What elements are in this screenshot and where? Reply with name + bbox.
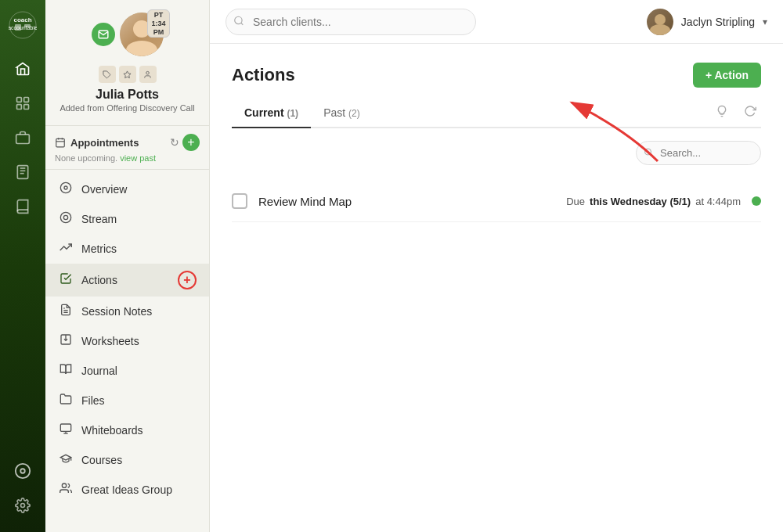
- action-name-1: Review Mind Map: [258, 195, 555, 208]
- svg-rect-4: [24, 24, 31, 27]
- appointments-header: Appointments ↻ +: [55, 134, 200, 151]
- sidebar-item-session-notes[interactable]: Session Notes: [45, 297, 209, 326]
- sidebar-item-label-files: Files: [81, 394, 105, 407]
- refresh-icon-button[interactable]: [739, 100, 761, 122]
- files-icon: [58, 393, 74, 408]
- icon-bar-bottom: [9, 457, 37, 532]
- sidebar-item-courses[interactable]: Courses: [45, 445, 209, 475]
- app-logo: coach accountable: [7, 9, 38, 41]
- action-search-icon: [644, 147, 653, 159]
- tab-current-label: Current: [244, 106, 284, 119]
- sidebar-item-label-courses: Courses: [81, 454, 122, 466]
- svg-point-15: [20, 469, 25, 473]
- time-badge: PT 1:34 PM: [147, 9, 169, 38]
- client-search-wrap: [226, 9, 637, 35]
- user-menu-chevron[interactable]: ▾: [763, 16, 767, 27]
- actions-list: Review Mind Map Due this Wednesday (5/1)…: [232, 181, 761, 222]
- nav-icon-home[interactable]: [9, 55, 37, 83]
- sidebar-item-overview[interactable]: Overview: [45, 174, 209, 204]
- action-item-1: Review Mind Map Due this Wednesday (5/1)…: [232, 181, 761, 222]
- client-name: Julia Potts: [96, 88, 159, 102]
- view-past-link[interactable]: view past: [120, 153, 156, 163]
- action-due-time: at 4:44pm: [695, 196, 741, 207]
- appointments-refresh-icon[interactable]: ↻: [170, 136, 179, 149]
- tab-current[interactable]: Current (1): [232, 100, 311, 128]
- profile-icons-row: PT 1:34 PM: [92, 13, 164, 56]
- sidebar-item-label-metrics: Metrics: [81, 243, 117, 255]
- session-notes-icon: [58, 304, 74, 319]
- profile-action-icons: [99, 66, 157, 83]
- svg-text:accountable: accountable: [9, 25, 37, 31]
- svg-point-27: [63, 215, 67, 219]
- svg-line-37: [241, 23, 244, 25]
- action-search-wrap: [636, 141, 761, 165]
- tab-past-count: (2): [348, 108, 360, 119]
- lightbulb-icon-button[interactable]: [711, 100, 733, 122]
- svg-point-19: [146, 71, 150, 74]
- add-action-button[interactable]: + Action: [693, 63, 761, 88]
- add-action-nav-button[interactable]: +: [178, 271, 197, 289]
- sidebar-item-worksheets[interactable]: Worksheets: [45, 326, 209, 356]
- svg-rect-9: [16, 135, 30, 144]
- client-search-input[interactable]: [226, 9, 476, 35]
- sidebar-item-whiteboards[interactable]: Whiteboards: [45, 415, 209, 445]
- appointments-actions: ↻ +: [170, 134, 200, 151]
- nav-icon-gear[interactable]: [9, 491, 37, 519]
- sidebar-item-label-overview: Overview: [81, 183, 127, 196]
- svg-rect-3: [15, 24, 21, 31]
- main-content: Jaclyn Stripling ▾ Actions + Action Curr…: [210, 0, 783, 532]
- appointments-title: Appointments: [55, 137, 139, 149]
- tab-past[interactable]: Past (2): [311, 100, 373, 128]
- sidebar-item-label-journal: Journal: [81, 365, 117, 377]
- svg-rect-7: [17, 105, 22, 110]
- nav-icon-settings-circle[interactable]: [9, 457, 37, 485]
- client-profile: PT 1:34 PM Julia Potts Added from Offeri…: [45, 0, 209, 126]
- worksheets-icon: [58, 333, 74, 349]
- tabs-row: Current (1) Past (2): [232, 100, 761, 128]
- nav-icon-notebook[interactable]: [9, 158, 37, 186]
- svg-point-14: [16, 464, 30, 478]
- sidebar-item-great-ideas-group[interactable]: Great Ideas Group: [45, 475, 209, 505]
- client-person-icon[interactable]: [139, 66, 157, 83]
- actions-icon: [58, 272, 74, 288]
- client-avatar: PT 1:34 PM: [120, 13, 164, 56]
- nav-icon-briefcase[interactable]: [9, 124, 37, 152]
- action-due-1: Due this Wednesday (5/1) at 4:44pm: [566, 196, 741, 207]
- client-tag-icon[interactable]: [99, 66, 116, 83]
- svg-point-25: [64, 186, 67, 189]
- nav-icon-book[interactable]: [9, 192, 37, 221]
- appointments-none-upcoming: None upcoming. view past: [55, 153, 200, 163]
- action-due-label: Due: [566, 196, 585, 207]
- nav-items: Overview Stream Metrics Actions + Sess: [45, 170, 209, 532]
- icon-bar: coach accountable: [0, 0, 45, 532]
- svg-point-36: [235, 16, 242, 23]
- action-checkbox-1[interactable]: [232, 193, 247, 209]
- add-appointment-button[interactable]: +: [182, 134, 200, 151]
- email-badge[interactable]: [92, 23, 115, 46]
- sidebar-item-metrics[interactable]: Metrics: [45, 234, 209, 264]
- sidebar-item-journal[interactable]: Journal: [45, 356, 209, 386]
- sidebar-item-actions[interactable]: Actions +: [45, 264, 209, 297]
- sidebar-item-label-whiteboards: Whiteboards: [81, 424, 143, 437]
- svg-rect-6: [24, 98, 29, 102]
- appointments-section: Appointments ↻ + None upcoming. view pas…: [45, 126, 209, 170]
- svg-point-24: [60, 182, 70, 192]
- topbar-right: Jaclyn Stripling ▾: [647, 9, 767, 35]
- sidebar-item-label-stream: Stream: [81, 213, 117, 225]
- content-header: Actions + Action: [232, 63, 761, 88]
- svg-marker-18: [124, 70, 131, 77]
- client-star-icon[interactable]: [119, 66, 136, 83]
- client-search-icon: [233, 15, 244, 28]
- action-search-row: [232, 141, 761, 165]
- overview-icon: [58, 182, 74, 197]
- sidebar-item-stream[interactable]: Stream: [45, 204, 209, 234]
- sidebar-item-files[interactable]: Files: [45, 386, 209, 415]
- sidebar-item-label-session-notes: Session Notes: [81, 305, 152, 318]
- user-avatar: [647, 9, 673, 35]
- nav-icon-clients[interactable]: [9, 89, 37, 117]
- group-icon: [58, 482, 74, 498]
- stream-icon: [58, 211, 74, 227]
- sidebar-item-label-actions: Actions: [81, 274, 117, 286]
- action-search-input[interactable]: [636, 141, 761, 165]
- svg-rect-8: [24, 105, 29, 110]
